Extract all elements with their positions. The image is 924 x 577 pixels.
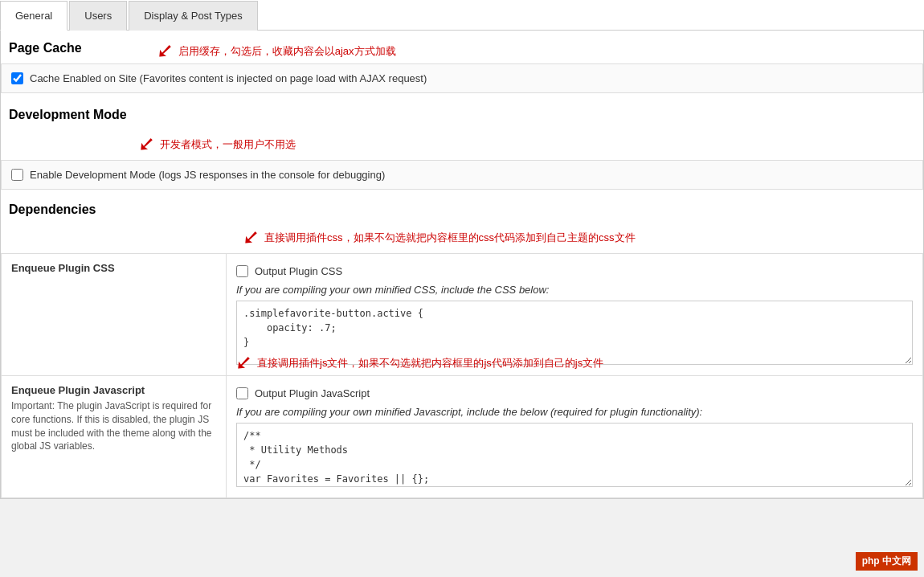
enqueue-js-label: Enqueue Plugin Javascript bbox=[11, 384, 145, 396]
enqueue-js-checkbox[interactable] bbox=[236, 387, 248, 399]
enqueue-js-arrow-icon: ➘ bbox=[235, 350, 252, 375]
tab-general[interactable]: General bbox=[0, 1, 67, 31]
enqueue-css-checkbox[interactable] bbox=[236, 265, 248, 277]
spacer2 bbox=[1, 190, 923, 203]
enqueue-js-note: If you are compiling your own minified J… bbox=[236, 406, 913, 418]
enqueue-css-label: Enqueue Plugin CSS bbox=[11, 262, 115, 274]
enqueue-js-checkbox-text: Output Plugin JavaScript bbox=[255, 387, 370, 399]
enqueue-js-row: Enqueue Plugin Javascript Important: The… bbox=[2, 376, 923, 498]
enqueue-css-note: If you are compiling your own minified C… bbox=[236, 284, 913, 296]
deps-arrow-icon: ➘ bbox=[242, 225, 260, 250]
page-cache-section: Page Cache ➘ 启用缓存，勾选后，收藏内容会以ajax方式加载 bbox=[1, 31, 923, 63]
enqueue-js-code[interactable]: /** * Utility Methods */ var Favorites =… bbox=[236, 423, 913, 487]
dev-mode-annotation: 开发者模式，一般用户不用选 bbox=[160, 137, 296, 152]
page-wrapper: General Users Display & Post Types Page … bbox=[0, 0, 924, 499]
dev-mode-title: Development Mode bbox=[9, 108, 137, 129]
deps-header: Dependencies ➘ 直接调用插件css，如果不勾选就把内容框里的css… bbox=[1, 203, 923, 250]
spacer1 bbox=[1, 93, 923, 108]
deps-title: Dependencies bbox=[9, 203, 105, 223]
enqueue-js-annotation: 直接调用插件js文件，如果不勾选就把内容框里的js代码添加到自己的js文件 bbox=[257, 356, 603, 370]
enqueue-js-label-cell: Enqueue Plugin Javascript Important: The… bbox=[2, 376, 227, 498]
enqueue-js-content-cell: ➘ 直接调用插件js文件，如果不勾选就把内容框里的js代码添加到自己的js文件 … bbox=[227, 376, 923, 498]
page-cache-row: Cache Enabled on Site (Favorites content… bbox=[1, 63, 923, 93]
enqueue-css-checkbox-label[interactable]: Output Plugin CSS bbox=[236, 265, 342, 277]
enqueue-js-sub-text: Important: The plugin JavaScript is requ… bbox=[11, 399, 216, 453]
page-cache-title: Page Cache bbox=[9, 41, 92, 62]
enqueue-js-checkbox-label[interactable]: Output Plugin JavaScript bbox=[236, 387, 370, 399]
page-cache-checkbox[interactable] bbox=[11, 72, 23, 84]
deps-annotation: 直接调用插件css，如果不勾选就把内容框里的css代码添加到自己主题的css文件 bbox=[264, 231, 636, 245]
dev-mode-row: Enable Development Mode (logs JS respons… bbox=[1, 160, 923, 190]
dev-mode-checkbox[interactable] bbox=[11, 169, 23, 181]
dev-mode-checkbox-text: Enable Development Mode (logs JS respons… bbox=[30, 169, 385, 181]
tabs-bar: General Users Display & Post Types bbox=[0, 0, 924, 31]
page-cache-checkbox-text: Cache Enabled on Site (Favorites content… bbox=[30, 72, 427, 84]
enqueue-css-checkbox-text: Output Plugin CSS bbox=[255, 265, 342, 277]
tab-display[interactable]: Display & Post Types bbox=[129, 1, 258, 31]
page-cache-annotation: 启用缓存，勾选后，收藏内容会以ajax方式加载 bbox=[178, 44, 396, 59]
page-cache-arrow-icon: ➘ bbox=[156, 39, 174, 63]
enqueue-css-label-cell: Enqueue Plugin CSS bbox=[2, 254, 227, 376]
page-cache-checkbox-label[interactable]: Cache Enabled on Site (Favorites content… bbox=[11, 72, 427, 84]
dev-mode-section: Development Mode ➘ 开发者模式，一般用户不用选 bbox=[1, 108, 923, 157]
deps-table: Enqueue Plugin CSS Output Plugin CSS If … bbox=[1, 253, 923, 498]
content-area: Page Cache ➘ 启用缓存，勾选后，收藏内容会以ajax方式加载 Cac… bbox=[0, 31, 924, 499]
dev-mode-arrow-icon: ➘ bbox=[137, 132, 155, 157]
tab-users[interactable]: Users bbox=[69, 1, 127, 31]
dev-mode-checkbox-label[interactable]: Enable Development Mode (logs JS respons… bbox=[11, 169, 385, 181]
